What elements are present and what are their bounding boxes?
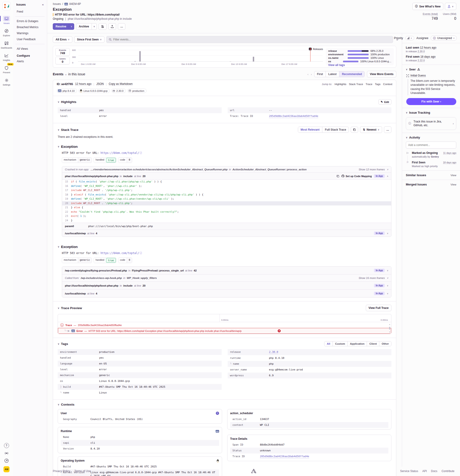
os-tag-pill[interactable]: Linux 6.8.0-1044-gcp: [78, 89, 110, 93]
setup-code-mapping-link[interactable]: Set up Code Mapping: [341, 175, 372, 178]
sidenav-item-warnings[interactable]: Warnings: [15, 30, 45, 36]
resolve-button[interactable]: Resolve: [53, 23, 69, 30]
more-actions-button[interactable]: …: [118, 23, 125, 30]
bar-series[interactable]: [78, 49, 322, 62]
events-stat-box[interactable]: Events 749: [55, 48, 70, 56]
chevron-down-icon[interactable]: ∨: [387, 284, 388, 287]
release-link[interactable]: 2.30.0: [269, 350, 278, 354]
scroll-thumb[interactable]: [389, 327, 390, 330]
whats-new-button[interactable]: ⓘSee What's New: [412, 3, 443, 10]
date-filter-button[interactable]: Since First Seen∨: [74, 36, 104, 43]
assignee-select[interactable]: Unassigned ∨: [431, 35, 457, 41]
next-event-icon[interactable]: ›: [311, 73, 312, 76]
event-bar[interactable]: [139, 51, 141, 62]
collapse-section-icon[interactable]: ∨: [58, 307, 59, 309]
frame-row[interactable]: /wp-content/plugins/flying-press/src/Pre…: [62, 267, 391, 274]
jump-trace-link[interactable]: Trace: [365, 83, 372, 85]
view-full-trace-button[interactable]: View Full Trace: [366, 305, 391, 311]
prev-event-icon[interactable]: ‹: [307, 73, 308, 76]
lab-features-button[interactable]: ∨: [445, 3, 456, 10]
chevron-down-icon[interactable]: ∨: [387, 292, 388, 295]
rail-item-explore[interactable]: Explore: [1, 28, 12, 37]
initial-guess-link[interactable]: Initial Guess: [410, 74, 426, 77]
trace-id-link[interactable]: 205d9d8bc3ad4156aa18ab4d50ffad4e: [260, 455, 309, 458]
show-more-frames-link[interactable]: Show 12 more frames: [359, 168, 385, 171]
called-from-frame-row[interactable]: Called from: /wp-includes/class-wp-hook.…: [62, 274, 391, 281]
environment-filter-button[interactable]: All Envs∨: [53, 36, 72, 43]
service-status-link[interactable]: Service Status: [400, 469, 418, 473]
trace-row[interactable]: 1 Trace — 205d9d8bc3ad4156aa18ab4d50ffad…: [58, 322, 391, 328]
last-seen-value[interactable]: 12 hours ago: [420, 46, 436, 50]
collapse-section-icon[interactable]: ∨: [58, 101, 59, 103]
contribute-link[interactable]: Contribute: [442, 469, 454, 473]
collapse-section-icon[interactable]: ∨: [406, 68, 408, 71]
most-relevant-tab[interactable]: Most Relevant: [298, 127, 322, 133]
tags-filter-other[interactable]: Other: [379, 341, 391, 346]
help-icon[interactable]: ?: [4, 443, 9, 448]
fix-with-seer-button[interactable]: Fix with Seer ›: [406, 98, 456, 105]
view-more-events-button[interactable]: View More Events: [367, 71, 396, 77]
runtime-tag-pill[interactable]: phpphp 8.4.10: [57, 89, 77, 93]
breadcrumb-issues-link[interactable]: Issues: [53, 2, 61, 6]
exception-url-link[interactable]: https://84em.com/toptal/: [100, 252, 139, 255]
facet-row[interactable]: os.name100% Linux: [328, 57, 391, 59]
rail-item-prevent[interactable]: Beta Prevent: [1, 65, 12, 74]
exception-url-link[interactable]: https://84em.com/toptal/: [100, 151, 139, 154]
sidenav-item-user-feedback[interactable]: User Feedback: [15, 36, 45, 42]
event-bar[interactable]: [134, 61, 136, 62]
environment-tag-pill[interactable]: production: [127, 89, 147, 93]
collapse-section-icon[interactable]: ∨: [58, 343, 59, 345]
chevron-up-icon[interactable]: ∧: [387, 175, 388, 177]
broadcast-icon[interactable]: [4, 451, 9, 455]
tags-filter-custom[interactable]: Custom: [333, 341, 347, 346]
support-arrow-icon[interactable]: [4, 458, 9, 463]
archive-dropdown-button[interactable]: ∨: [92, 23, 97, 30]
event-bar[interactable]: [230, 61, 231, 62]
copy-stacktrace-button[interactable]: [351, 127, 358, 133]
first-event-tab[interactable]: First: [314, 71, 326, 77]
collapse-section-icon[interactable]: ∨: [58, 403, 59, 406]
show-more-frames-link[interactable]: Show 16 more frames: [359, 277, 385, 279]
copy-markdown-link[interactable]: Copy as Markdown: [109, 82, 133, 86]
jump-highlights-link[interactable]: Highlights: [335, 83, 347, 85]
trace-id-link[interactable]: 205d9d8bc3ad4156aa18ab4d50ffad4e: [269, 114, 318, 118]
share-button[interactable]: [108, 23, 116, 30]
sidenav-item-breached-metrics[interactable]: Breached Metrics: [15, 24, 45, 30]
event-bar[interactable]: [253, 57, 254, 62]
events-dropdown[interactable]: Events: [53, 72, 63, 76]
privacy-policy-link[interactable]: Privacy Policy: [53, 469, 70, 473]
recommended-event-tab[interactable]: Recommended: [339, 71, 365, 77]
sidenav-item-feed[interactable]: Feed: [15, 8, 45, 15]
frame-row[interactable]: /usr/local/bin/wp at line 4 In App∨: [62, 230, 391, 237]
resolve-dropdown-button[interactable]: ∨: [69, 23, 74, 30]
activity-time[interactable]: 11 days ago: [443, 152, 456, 154]
priority-select[interactable]: ∨: [405, 36, 414, 40]
trace-error-row[interactable]: └─▶ php Error — HTTP 503 error for URL: …: [58, 328, 391, 334]
rail-item-settings[interactable]: Settings: [1, 77, 12, 86]
org-logo[interactable]: [2, 2, 11, 10]
jump-context-link[interactable]: Context: [383, 83, 392, 85]
collapse-section-icon[interactable]: ∨: [406, 136, 408, 139]
release-marker-line[interactable]: [310, 48, 311, 62]
event-age[interactable]: 12 hours ago: [75, 82, 91, 86]
sidenav-item-errors-outages[interactable]: Errors & Outages: [15, 18, 45, 24]
tags-filter-application[interactable]: Application: [347, 341, 367, 346]
sidenav-item-alerts[interactable]: Alerts: [15, 58, 45, 64]
release-tag-pill[interactable]: 2.30.0: [111, 89, 126, 93]
collapse-section-icon[interactable]: ∨: [58, 246, 59, 248]
rail-item-insights[interactable]: Insights: [1, 53, 12, 61]
chevron-down-icon[interactable]: ∨: [387, 232, 388, 235]
api-link[interactable]: API: [422, 469, 427, 473]
rail-item-dashboards[interactable]: Dashboards: [1, 41, 12, 49]
last-release-link[interactable]: 2.30.0: [418, 50, 425, 53]
collapse-section-icon[interactable]: ∨: [406, 111, 408, 114]
edit-highlights-button[interactable]: ✎Edit: [378, 99, 391, 105]
tags-filter-all[interactable]: All: [324, 341, 333, 346]
frame-row[interactable]: /usr/local/bin/wp at line 4 In App∨: [62, 289, 391, 297]
latest-event-tab[interactable]: Latest: [326, 71, 339, 77]
first-seen-value[interactable]: 18 days ago: [420, 55, 435, 59]
view-merged-link[interactable]: View: [451, 183, 456, 186]
full-stacktrace-tab[interactable]: Full Stack Trace: [322, 127, 349, 133]
facet-row[interactable]: release68% 2.25.0: [328, 50, 391, 52]
trace-scrollbar[interactable]: ▲▼: [389, 323, 391, 333]
